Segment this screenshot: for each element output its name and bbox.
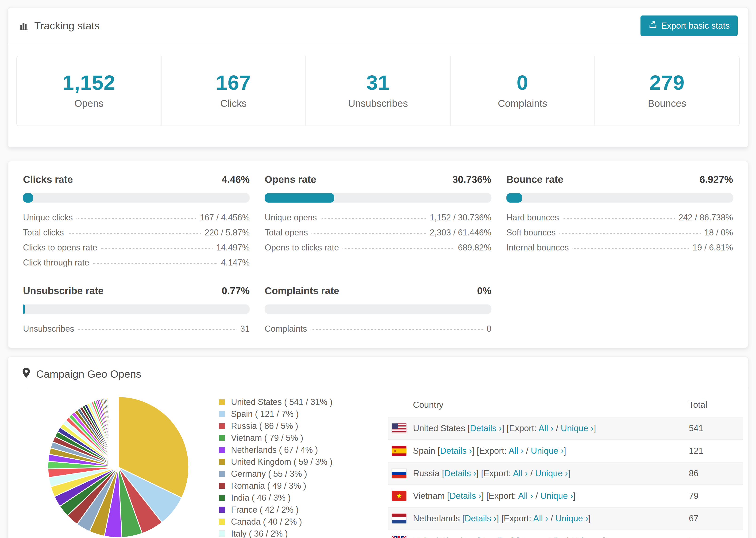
summary-stat-value: 167	[162, 71, 306, 95]
legend-item-united-kingdom[interactable]: United Kingdom ( 59 / 3% )	[219, 457, 370, 467]
export-unique-link[interactable]: Unique ›	[561, 423, 594, 433]
export-unique-link[interactable]: Unique ›	[540, 491, 573, 501]
rate-title: Complaints rate	[265, 285, 339, 296]
details-link[interactable]: Details ›	[465, 513, 497, 523]
campaign-geo-opens-card: Campaign Geo Opens United States ( 541 /…	[8, 356, 748, 538]
legend-item-united-states[interactable]: United States ( 541 / 31% )	[219, 397, 370, 407]
geo-row-country: Spain [Details ›] [Export: All › / Uniqu…	[413, 446, 689, 456]
export-all-link[interactable]: All ›	[513, 468, 528, 478]
rate-progress-bar	[265, 304, 491, 314]
rate-value: 0%	[477, 285, 491, 296]
map-pin-icon	[22, 367, 31, 381]
legend-item-russia[interactable]: Russia ( 86 / 5% )	[219, 421, 370, 431]
geo-row-total: 86	[689, 468, 743, 478]
rate-detail-row: Unique opens1,152 / 30.736%	[265, 210, 491, 225]
dotted-leader	[563, 218, 675, 219]
summary-stat-clicks: 167Clicks	[161, 56, 306, 126]
dotted-leader	[311, 233, 426, 234]
export-unique-link[interactable]: Unique ›	[535, 468, 568, 478]
rate-detail-rows: Hard bounces242 / 86.738%Soft bounces18 …	[507, 210, 733, 255]
geo-content: United States ( 541 / 31% )Spain ( 121 /…	[8, 394, 748, 538]
legend-item-spain[interactable]: Spain ( 121 / 7% )	[219, 409, 370, 419]
rate-detail-row: Soft bounces18 / 0%	[507, 225, 733, 240]
rate-detail-rows: Unique clicks167 / 4.456%Total clicks220…	[23, 210, 249, 270]
rate-progress-fill	[507, 193, 522, 202]
rate-detail-row: Unsubscribes31	[23, 321, 249, 336]
dotted-leader	[101, 248, 212, 249]
summary-stat-bounces: 279Bounces	[594, 56, 739, 126]
export-unique-link[interactable]: Unique ›	[531, 446, 564, 456]
dotted-leader	[321, 218, 426, 219]
legend-label: Russia ( 86 / 5% )	[231, 421, 298, 431]
legend-label: United States ( 541 / 31% )	[231, 397, 333, 407]
geo-pie-chart	[8, 394, 191, 538]
export-button-label: Export basic stats	[661, 21, 730, 31]
geo-table-row: Russia [Details ›] [Export: All › / Uniq…	[388, 462, 743, 484]
rate-detail-row: Opens to clicks rate689.82%	[265, 240, 491, 255]
export-all-link[interactable]: All ›	[533, 513, 548, 523]
flag-es-icon	[392, 446, 406, 456]
legend-label: India ( 46 / 3% )	[231, 493, 291, 503]
rate-detail-label: Unsubscribes	[23, 324, 74, 334]
rate-detail-label: Opens to clicks rate	[265, 243, 339, 252]
legend-swatch	[219, 399, 225, 405]
legend-item-netherlands[interactable]: Netherlands ( 67 / 4% )	[219, 445, 370, 455]
legend-item-romania[interactable]: Romania ( 49 / 3% )	[219, 481, 370, 491]
export-all-link[interactable]: All ›	[518, 491, 533, 501]
legend-swatch	[219, 483, 225, 489]
export-icon	[648, 20, 657, 31]
geo-table-header-total: Total	[689, 400, 743, 410]
details-link[interactable]: Details ›	[480, 536, 512, 538]
rate-detail-label: Internal bounces	[507, 243, 569, 252]
details-link[interactable]: Details ›	[450, 491, 482, 501]
flag-ru-icon	[392, 468, 406, 478]
summary-stat-label: Opens	[17, 98, 161, 109]
geo-row-country: Vietnam [Details ›] [Export: All › / Uni…	[413, 491, 689, 501]
dotted-leader	[68, 233, 201, 234]
legend-label: United Kingdom ( 59 / 3% )	[231, 457, 333, 467]
geo-table-row: Spain [Details ›] [Export: All › / Uniqu…	[388, 439, 743, 462]
export-unique-link[interactable]: Unique ›	[570, 536, 603, 538]
rate-progress-bar	[265, 193, 491, 202]
export-all-link[interactable]: All ›	[539, 423, 554, 433]
rate-detail-label: Unique clicks	[23, 213, 73, 223]
summary-stats-row: 1,152Opens167Clicks31Unsubscribes0Compla…	[17, 56, 739, 126]
legend-item-italy[interactable]: Italy ( 36 / 2% )	[219, 529, 370, 538]
legend-swatch	[219, 447, 225, 453]
dotted-leader	[93, 263, 217, 264]
page-title-text: Tracking stats	[34, 20, 99, 32]
export-unique-link[interactable]: Unique ›	[556, 513, 588, 523]
rate-detail-value: 220 / 5.87%	[204, 228, 249, 238]
rate-panel-unsubscribe-rate: Unsubscribe rate0.77%Unsubscribes31	[23, 285, 249, 336]
legend-item-canada[interactable]: Canada ( 40 / 2% )	[219, 517, 370, 527]
rate-head: Bounce rate6.927%	[507, 174, 733, 185]
rate-detail-value: 0	[487, 324, 491, 334]
rate-title: Opens rate	[265, 174, 316, 185]
summary-stat-value: 1,152	[17, 71, 161, 95]
rate-detail-row: Unique clicks167 / 4.456%	[23, 210, 249, 225]
summary-stat-label: Clicks	[162, 98, 306, 109]
legend-item-germany[interactable]: Germany ( 55 / 3% )	[219, 469, 370, 479]
legend-swatch	[219, 530, 225, 537]
details-link[interactable]: Details ›	[470, 423, 502, 433]
details-link[interactable]: Details ›	[440, 446, 472, 456]
export-basic-stats-button[interactable]: Export basic stats	[640, 16, 738, 36]
dotted-leader	[573, 248, 689, 249]
rate-progress-bar	[23, 193, 249, 202]
legend-item-vietnam[interactable]: Vietnam ( 79 / 5% )	[219, 433, 370, 443]
rate-value: 30.736%	[453, 174, 491, 185]
geo-row-total: 79	[689, 491, 743, 501]
export-all-link[interactable]: All ›	[548, 536, 563, 538]
details-link[interactable]: Details ›	[445, 468, 476, 478]
legend-swatch	[219, 459, 225, 465]
page-title: Tracking stats	[18, 20, 99, 32]
rate-detail-label: Total opens	[265, 228, 308, 238]
legend-label: Spain ( 121 / 7% )	[231, 409, 298, 419]
export-all-link[interactable]: All ›	[509, 446, 523, 456]
rate-detail-value: 167 / 4.456%	[200, 213, 249, 223]
dotted-leader	[560, 233, 701, 234]
geo-pie-legend: United States ( 541 / 31% )Spain ( 121 /…	[219, 397, 370, 538]
legend-item-france[interactable]: France ( 42 / 2% )	[219, 505, 370, 515]
legend-item-india[interactable]: India ( 46 / 3% )	[219, 493, 370, 503]
rate-detail-rows: Unique opens1,152 / 30.736%Total opens2,…	[265, 210, 491, 255]
